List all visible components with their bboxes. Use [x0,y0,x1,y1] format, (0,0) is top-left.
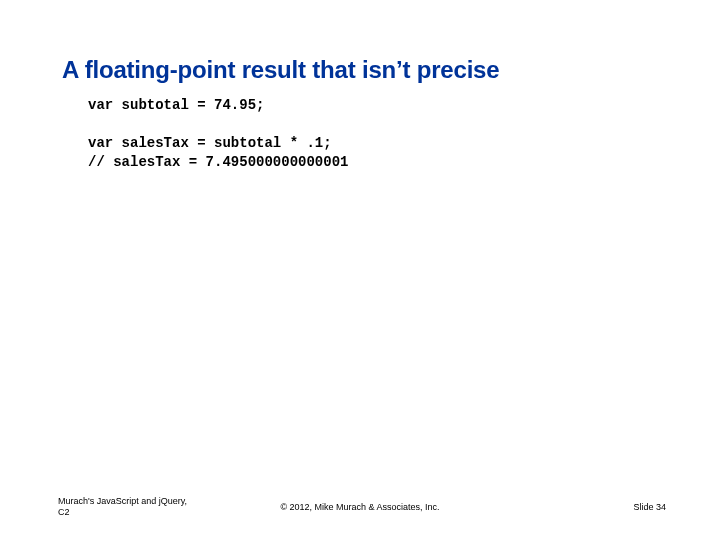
slide-title: A floating-point result that isn’t preci… [62,56,499,84]
code-line-2: var salesTax = subtotal * .1; [88,135,332,151]
code-line-1: var subtotal = 74.95; [88,97,264,113]
footer: Murach's JavaScript and jQuery, C2 © 201… [0,488,720,518]
slide: A floating-point result that isn’t preci… [0,0,720,540]
code-block: var subtotal = 74.95; var salesTax = sub… [88,96,348,172]
footer-copyright: © 2012, Mike Murach & Associates, Inc. [0,502,720,512]
code-line-3: // salesTax = 7.495000000000001 [88,154,348,170]
footer-slide-number: Slide 34 [633,502,666,512]
